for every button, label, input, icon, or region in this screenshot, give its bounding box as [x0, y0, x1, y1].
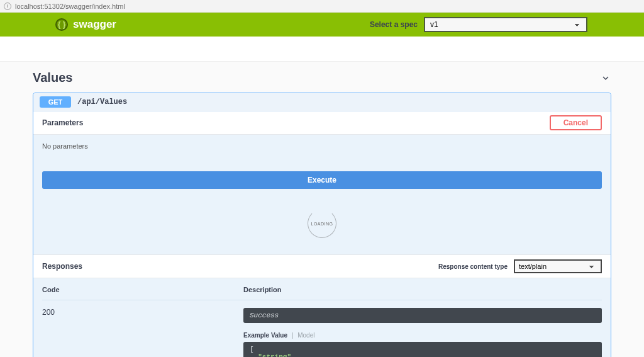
execute-button[interactable]: Execute: [42, 171, 602, 189]
parameters-body: No parameters: [33, 135, 611, 161]
spec-select-label: Select a spec: [370, 20, 418, 29]
swagger-logo-icon: { }: [55, 18, 68, 31]
chevron-down-icon[interactable]: [600, 72, 611, 84]
responses-header: Responses Response content type text/pla…: [33, 254, 611, 278]
parameters-header: Parameters Cancel: [33, 111, 611, 135]
operation-summary[interactable]: GET /api/Values: [33, 93, 611, 111]
model-label[interactable]: Model: [297, 332, 314, 339]
tag-header[interactable]: Values: [33, 67, 611, 93]
browser-address-bar: i localhost:51302/swagger/index.html: [0, 0, 644, 13]
parameters-label: Parameters: [42, 118, 83, 127]
operation-block: GET /api/Values Parameters Cancel No par…: [33, 93, 611, 357]
example-json[interactable]: [ "string"]: [243, 342, 602, 357]
method-badge: GET: [40, 96, 71, 108]
response-code: 200: [42, 300, 243, 317]
responses-body: Code 200 Description Success Example Val…: [33, 278, 611, 357]
info-band: [0, 37, 644, 62]
cancel-button[interactable]: Cancel: [550, 115, 602, 130]
spec-select[interactable]: v1: [424, 17, 587, 32]
browser-url: localhost:51302/swagger/index.html: [15, 3, 125, 10]
tag-title: Values: [33, 71, 72, 85]
th-description: Description: [243, 286, 602, 300]
content-type-label: Response content type: [438, 263, 508, 270]
loading-spinner-icon: LOADING: [308, 209, 336, 238]
th-code: Code: [42, 286, 243, 300]
responses-label: Responses: [42, 262, 82, 271]
content-type-select[interactable]: text/plain: [514, 259, 602, 273]
operation-path: /api/Values: [77, 98, 127, 106]
example-value-label[interactable]: Example Value: [243, 332, 287, 339]
swagger-brand: swagger: [73, 18, 116, 31]
swagger-topbar: { } swagger Select a spec v1: [0, 13, 644, 37]
info-icon: i: [4, 3, 11, 10]
loading-area: LOADING: [33, 195, 611, 254]
response-description: Success: [243, 308, 602, 323]
